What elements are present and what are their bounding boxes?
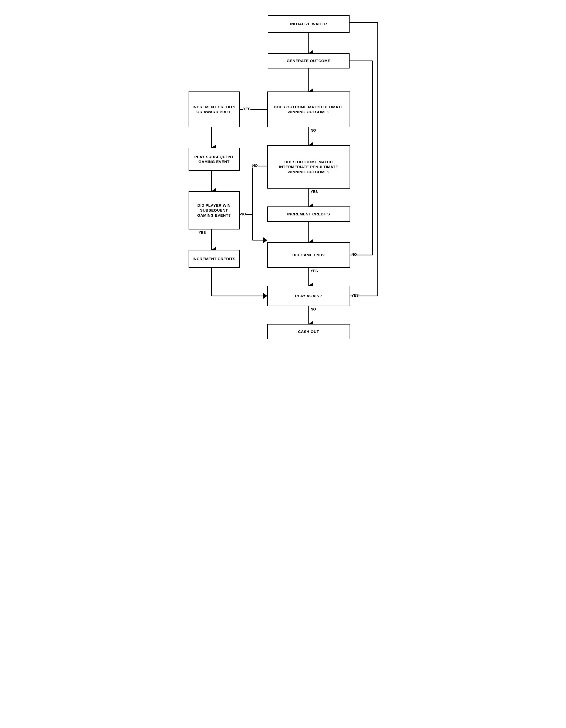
initialize-wager-box: INITIALIZE WAGER [268,15,350,33]
does-match-intermediate-box: DOES OUTCOME MATCH INTERMEDIATE PENULTIM… [267,145,350,189]
increment-credits-right-box: INCREMENT CREDITS [267,206,350,222]
did-player-win-box: DID PLAYER WIN SUBSEQUENT GAMING EVENT? [189,191,240,229]
no-label-play-again: NO [311,307,316,311]
flowchart-container: INITIALIZE WAGER GENERATE OUTCOME DOES O… [183,10,383,700]
yes-label-game-end: YES [311,269,318,273]
increment-credits-award-box: INCREMENT CREDITS OR AWARD PRIZE [189,91,240,127]
no-label-player-win: NO [241,212,246,216]
play-subsequent-box: PLAY SUBSEQUENT GAMING EVENT [189,148,240,171]
yes-label-ultimate: YES [243,107,250,111]
cash-out-box: CASH OUT [267,324,350,339]
no-label-game-end: NO [352,252,357,257]
did-game-end-box: DID GAME END? [267,242,350,268]
no-label-intermediate: NO [252,164,258,168]
increment-credits-left-box: INCREMENT CREDITS [189,250,240,268]
generate-outcome-box: GENERATE OUTCOME [268,53,350,68]
play-again-box: PLAY AGAIN? [267,286,350,306]
yes-label-intermediate: YES [311,190,318,194]
no-label-ultimate: NO [311,128,316,132]
yes-label-player-win: YES [199,230,206,235]
does-match-ultimate-box: DOES OUTCOME MATCH ULTIMATE WINNING OUTC… [267,91,350,127]
yes-label-play-again: YES [352,293,359,297]
